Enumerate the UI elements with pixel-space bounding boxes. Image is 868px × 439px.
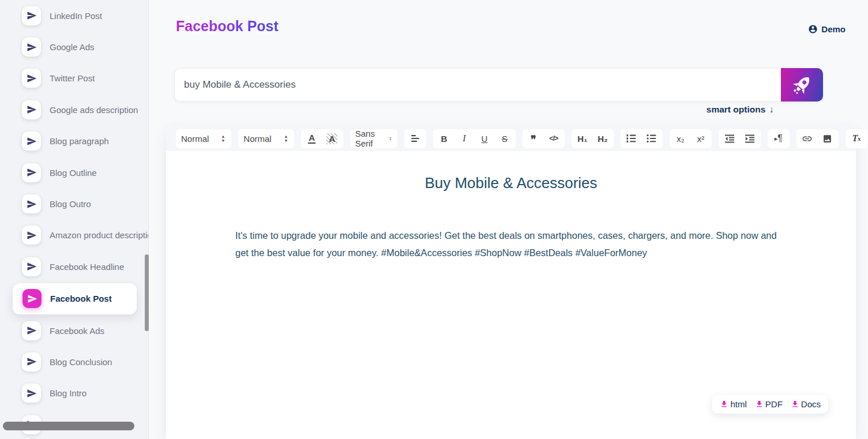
superscript-button[interactable]: x² xyxy=(695,129,707,148)
italic-button[interactable]: I xyxy=(459,129,470,148)
download-card: html PDF Docs xyxy=(712,395,828,414)
outdent-icon xyxy=(724,134,735,143)
bullet-list-icon xyxy=(647,134,656,143)
underline-button[interactable]: U xyxy=(479,129,490,148)
indent-icon xyxy=(745,134,755,143)
smart-options-toggle[interactable]: smart options ↓ xyxy=(707,104,774,115)
strikethrough-button[interactable]: S xyxy=(499,129,510,148)
download-pdf-label: PDF xyxy=(765,399,783,409)
align-icon xyxy=(411,134,420,142)
download-docs-button[interactable]: Docs xyxy=(791,399,821,409)
send-icon xyxy=(22,194,41,213)
toolbar-group-header: Normal xyxy=(176,129,231,148)
demo-badge[interactable]: Demo xyxy=(808,24,846,34)
bold-button[interactable]: B xyxy=(438,129,450,148)
sidebar-item-amazon-product-description[interactable]: Amazon product description xyxy=(0,220,148,251)
sidebar-item-blog-outro[interactable]: Blog Outro xyxy=(0,188,148,219)
select-arrows-icon xyxy=(389,135,392,142)
bullet-list-button[interactable] xyxy=(646,129,657,148)
size-select-value: Normal xyxy=(243,134,271,144)
toolbar-group-indent xyxy=(719,129,761,148)
toolbar-group-script: x₂ x² xyxy=(670,129,712,148)
header-2-button[interactable]: H₂ xyxy=(597,129,608,148)
sidebar-item-label: Blog Intro xyxy=(50,388,87,398)
code-block-button[interactable]: </> xyxy=(548,129,559,148)
align-button[interactable] xyxy=(409,129,421,148)
generated-paragraph: It's time to upgrade your mobile and acc… xyxy=(235,227,787,261)
background-color-icon: A xyxy=(326,133,337,144)
subscript-button[interactable]: x₂ xyxy=(675,129,686,148)
sidebar-item-google-ads[interactable]: Google Ads xyxy=(0,31,148,62)
sidebar-item-linkedin-post[interactable]: LinkedIn Post xyxy=(0,0,148,31)
user-circle-icon xyxy=(808,24,818,34)
direction-button[interactable]: ▸ ¶ xyxy=(773,129,784,148)
page-title: Facebook Post xyxy=(176,18,279,35)
send-icon xyxy=(22,132,41,151)
prompt-row xyxy=(174,68,823,102)
pilcrow-icon: ¶ xyxy=(777,133,783,144)
select-arrows-icon xyxy=(283,135,289,142)
toolbar-group-inline: B I U S xyxy=(433,129,516,148)
download-icon xyxy=(755,400,764,408)
sidebar-vertical-scrollbar[interactable] xyxy=(145,254,149,331)
image-icon xyxy=(822,134,832,144)
select-arrows-icon xyxy=(220,135,226,142)
send-icon xyxy=(22,6,41,25)
sidebar-item-label: Twitter Post xyxy=(50,73,95,83)
toolbar-group-align xyxy=(404,129,426,148)
sidebar-item-blog-conclusion[interactable]: Blog Conclusion xyxy=(0,346,148,377)
send-icon xyxy=(22,257,41,276)
toolbar-group-media xyxy=(796,129,839,148)
prompt-input[interactable] xyxy=(174,68,781,102)
sidebar-item-blog-outline[interactable]: Blog Outline xyxy=(0,157,148,188)
send-icon xyxy=(22,163,41,182)
sidebar-item-facebook-headline[interactable]: Facebook Headline xyxy=(0,251,148,282)
sidebar-item-twitter-post[interactable]: Twitter Post xyxy=(0,63,148,94)
clean-format-icon: T xyxy=(852,133,858,144)
sidebar-item-blog-intro[interactable]: Blog Intro xyxy=(0,378,148,409)
toolbar-group-clean: Tx xyxy=(846,129,867,148)
header-select[interactable]: Normal xyxy=(181,134,226,144)
main-content: Facebook Post Demo smart options ↓ Norm xyxy=(149,0,868,439)
toolbar-group-direction: ▸ ¶ xyxy=(768,129,790,148)
download-docs-label: Docs xyxy=(801,399,821,409)
sidebar-horizontal-scrollbar[interactable] xyxy=(3,422,134,430)
link-icon xyxy=(802,133,813,144)
sidebar-item-label: Blog paragraph xyxy=(50,136,109,146)
sidebar-item-blog-paragraph[interactable]: Blog paragraph xyxy=(0,126,148,157)
sidebar-item-google-ads-description[interactable]: Google ads description xyxy=(0,94,148,125)
background-color-button[interactable]: A xyxy=(326,129,338,148)
sidebar-item-facebook-post[interactable]: Facebook Post xyxy=(13,283,137,314)
send-icon xyxy=(22,321,41,340)
send-icon xyxy=(22,352,41,372)
font-select[interactable]: Sans Serif xyxy=(355,129,392,148)
ordered-list-button[interactable] xyxy=(626,129,637,148)
sidebar-item-label: Blog Conclusion xyxy=(50,357,112,367)
sidebar-item-label: Facebook Headline xyxy=(50,262,124,272)
download-html-button[interactable]: html xyxy=(720,399,746,409)
arrow-down-icon: ↓ xyxy=(769,104,774,115)
link-button[interactable] xyxy=(802,129,813,148)
clean-format-button[interactable]: Tx xyxy=(851,129,862,148)
image-button[interactable] xyxy=(822,129,833,148)
send-icon xyxy=(22,384,41,403)
sidebar-item-facebook-ads[interactable]: Facebook Ads xyxy=(0,315,148,346)
generate-button[interactable] xyxy=(781,68,823,102)
indent-button[interactable] xyxy=(744,129,756,148)
blockquote-button[interactable]: ❞ xyxy=(528,129,539,148)
sidebar-item-label: LinkedIn Post xyxy=(50,11,102,21)
sidebar-item-label: Blog Outline xyxy=(50,168,97,178)
outdent-button[interactable] xyxy=(724,129,735,148)
download-pdf-button[interactable]: PDF xyxy=(755,399,783,409)
header-1-button[interactable]: H₁ xyxy=(577,129,588,148)
text-color-button[interactable]: A xyxy=(306,129,318,148)
send-icon xyxy=(22,69,41,88)
download-html-label: html xyxy=(730,399,746,409)
editor-content[interactable]: Buy Mobile & Accessories It's time to up… xyxy=(166,151,856,261)
toolbar-group-font: Sans Serif xyxy=(350,129,397,148)
editor-card: Normal Normal A A Sans Serif xyxy=(166,126,856,439)
toolbar-group-size: Normal xyxy=(238,129,294,148)
send-icon xyxy=(22,37,41,57)
size-select[interactable]: Normal xyxy=(243,134,288,144)
editor-toolbar: Normal Normal A A Sans Serif xyxy=(166,126,856,151)
